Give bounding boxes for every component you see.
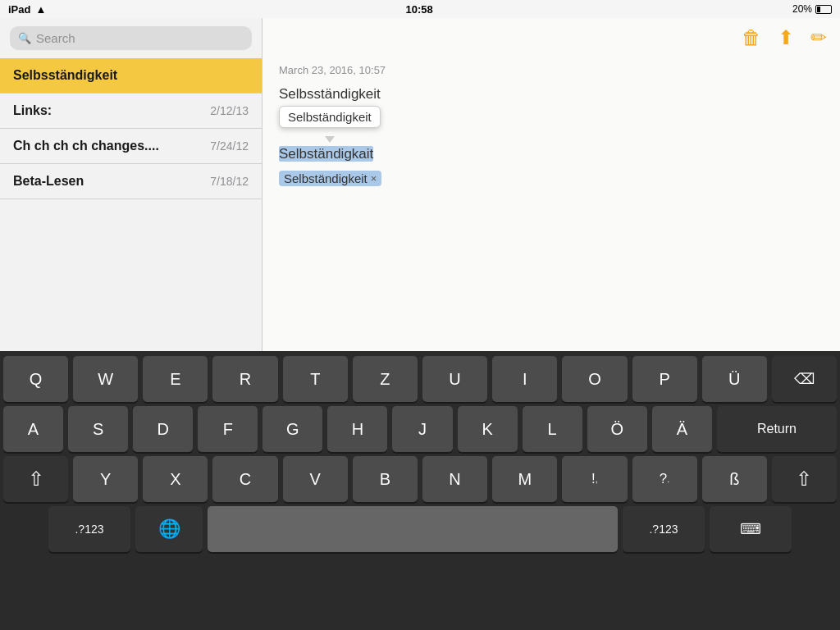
text-tag[interactable]: Selbständigkeit × bbox=[279, 171, 381, 186]
key-w[interactable]: W bbox=[73, 356, 138, 402]
key-n[interactable]: N bbox=[422, 456, 487, 502]
key-y[interactable]: Y bbox=[73, 456, 138, 502]
key-excl[interactable]: !, bbox=[562, 456, 627, 502]
key-f[interactable]: F bbox=[198, 406, 258, 452]
status-left: iPad ▲ bbox=[8, 3, 46, 16]
toolbar-right: 🗑 ⬆ ✏ bbox=[742, 26, 827, 49]
note-item-1[interactable]: Selbsständigkeit bbox=[0, 58, 262, 94]
globe-key[interactable]: 🌐 bbox=[135, 506, 203, 552]
status-time: 10:58 bbox=[406, 3, 433, 16]
note-date-2: 2/12/13 bbox=[210, 104, 249, 117]
key-i[interactable]: I bbox=[492, 356, 557, 402]
key-e[interactable]: E bbox=[143, 356, 208, 402]
edit-button[interactable]: ✏ bbox=[810, 26, 827, 49]
text-line-1: Selbsständigkeit bbox=[279, 86, 824, 103]
key-o[interactable]: O bbox=[562, 356, 627, 402]
key-row-1: Q W E R T Z U I O P Ü ⌫ bbox=[3, 356, 837, 402]
note-content: March 23, 2016, 10:57 Selbsständigkeit S… bbox=[262, 51, 840, 199]
autocorrect-block: Selbständigkeit Selbständigkait bbox=[279, 106, 381, 162]
key-s[interactable]: S bbox=[68, 406, 128, 452]
search-icon: 🔍 bbox=[18, 32, 31, 44]
key-c[interactable]: C bbox=[212, 456, 277, 502]
status-bar: iPad ▲ 10:58 20% bbox=[0, 0, 840, 18]
key-m[interactable]: M bbox=[492, 456, 557, 502]
text-selected[interactable]: Selbständigkait bbox=[279, 146, 373, 162]
wifi-icon: ▲ bbox=[35, 3, 46, 16]
key-ae[interactable]: Ä bbox=[652, 406, 712, 452]
share-button[interactable]: ⬆ bbox=[778, 26, 794, 49]
key-b[interactable]: B bbox=[353, 456, 418, 502]
key-p[interactable]: P bbox=[632, 356, 697, 402]
note-title-4: Beta-Lesen bbox=[13, 174, 84, 189]
sidebar: 🔍 Search Selbsständigkeit Links: 2/12/13… bbox=[0, 18, 262, 351]
search-bar[interactable]: 🔍 Search bbox=[10, 26, 252, 50]
key-v[interactable]: V bbox=[283, 456, 348, 502]
return-key[interactable]: Return bbox=[717, 406, 837, 452]
key-oe[interactable]: Ö bbox=[587, 406, 647, 452]
key-q[interactable]: Q bbox=[3, 356, 68, 402]
hide-keyboard-key[interactable]: ⌨ bbox=[710, 506, 792, 552]
key-l[interactable]: L bbox=[523, 406, 582, 452]
shift-right-key[interactable]: ⇧ bbox=[772, 456, 837, 502]
fn-left-key[interactable]: .?123 bbox=[48, 506, 130, 552]
keyboard-rows: Q W E R T Z U I O P Ü ⌫ A S D F G H J K … bbox=[0, 351, 840, 557]
key-x[interactable]: X bbox=[143, 456, 208, 502]
note-title-2: Links: bbox=[13, 103, 52, 118]
key-quest[interactable]: ?. bbox=[632, 456, 697, 502]
key-t[interactable]: T bbox=[283, 356, 348, 402]
space-key[interactable] bbox=[208, 506, 618, 552]
tag-close-button[interactable]: × bbox=[371, 172, 377, 185]
key-row-2: A S D F G H J K L Ö Ä Return bbox=[3, 406, 837, 452]
autocorrect-popup[interactable]: Selbständigkeit bbox=[279, 106, 381, 128]
key-g[interactable]: G bbox=[262, 406, 322, 452]
key-u[interactable]: U bbox=[422, 356, 487, 402]
key-a[interactable]: A bbox=[3, 406, 63, 452]
delete-button[interactable]: 🗑 bbox=[742, 26, 761, 49]
key-h[interactable]: H bbox=[327, 406, 387, 452]
status-right: 20% bbox=[792, 3, 832, 15]
note-item-4[interactable]: Beta-Lesen 7/18/12 bbox=[0, 164, 262, 199]
key-row-4: .?123 🌐 .?123 ⌨ bbox=[3, 506, 837, 552]
key-r[interactable]: R bbox=[212, 356, 277, 402]
key-row-3: ⇧ Y X C V B N M !, ?. ß ⇧ bbox=[3, 456, 837, 502]
note-item-2[interactable]: Links: 2/12/13 bbox=[0, 94, 262, 129]
note-date-3: 7/24/12 bbox=[210, 139, 249, 153]
key-d[interactable]: D bbox=[133, 406, 193, 452]
tag-line: Selbständigkeit × bbox=[279, 171, 824, 186]
note-item-3[interactable]: Ch ch ch ch changes.... 7/24/12 bbox=[0, 129, 262, 164]
search-placeholder: Search bbox=[36, 31, 75, 45]
key-z[interactable]: Z bbox=[353, 356, 418, 402]
main-layout: 🔍 Search Selbsständigkeit Links: 2/12/13… bbox=[0, 18, 840, 351]
note-date-4: 7/18/12 bbox=[210, 175, 249, 188]
key-ue[interactable]: Ü bbox=[702, 356, 767, 402]
keyboard: Q W E R T Z U I O P Ü ⌫ A S D F G H J K … bbox=[0, 351, 840, 630]
key-j[interactable]: J bbox=[392, 406, 452, 452]
device-label: iPad bbox=[8, 3, 30, 16]
fn-right-key[interactable]: .?123 bbox=[623, 506, 705, 552]
shift-left-key[interactable]: ⇧ bbox=[3, 456, 68, 502]
backspace-key[interactable]: ⌫ bbox=[772, 356, 837, 402]
content-area: 🗑 ⬆ ✏ March 23, 2016, 10:57 Selbsständig… bbox=[262, 18, 840, 351]
key-k[interactable]: K bbox=[458, 406, 518, 452]
note-title-3: Ch ch ch ch changes.... bbox=[13, 139, 159, 153]
battery-icon bbox=[815, 5, 832, 14]
battery-label: 20% bbox=[792, 3, 812, 15]
note-timestamp: March 23, 2016, 10:57 bbox=[279, 64, 824, 76]
key-eszett[interactable]: ß bbox=[702, 456, 767, 502]
note-title-1: Selbsständigkeit bbox=[13, 68, 117, 83]
